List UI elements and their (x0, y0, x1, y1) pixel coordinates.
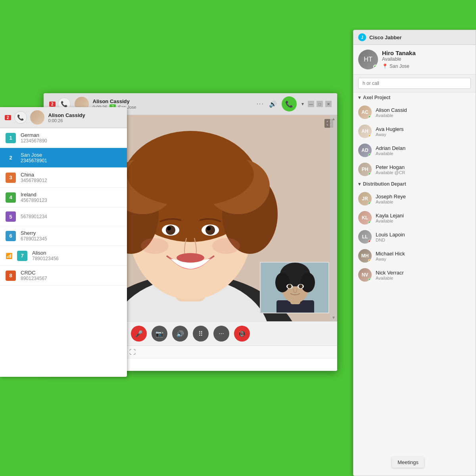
call-entry-5[interactable]: 5 5678901234 (0, 207, 127, 226)
contact-status-adrian: Available (376, 151, 471, 156)
svg-point-31 (299, 284, 303, 288)
scroll-up-icon: ▲ (332, 117, 336, 121)
mute-button[interactable]: 🎤 (131, 326, 147, 342)
contact-avatar-nick: NV (358, 268, 372, 282)
profile-avatar[interactable]: HT (358, 50, 378, 69)
contact-avatar-louis: LL (358, 230, 372, 244)
entry-label-3: China (21, 172, 121, 178)
keypad-icon: ⠿ (198, 330, 203, 338)
more-icon: ··· (219, 330, 224, 337)
end-call-icon: 📵 (238, 330, 246, 338)
call-entry-8[interactable]: 8 CRDC 8901234567 (0, 266, 127, 286)
contact-status-joseph: Available (376, 200, 471, 204)
contact-name-louis: Louis Lapoin (376, 232, 471, 238)
call-entry-7[interactable]: 📶 7 Alison 7890123456 (0, 246, 127, 266)
svg-point-27 (301, 273, 315, 292)
call-entry-4[interactable]: 4 Ireland 4567890123 (0, 188, 127, 207)
call-entry-3[interactable]: 3 China 3456789012 (0, 168, 127, 188)
meetings-button[interactable]: Meetings (392, 457, 424, 468)
more-options-button[interactable]: ··· (257, 100, 264, 107)
contact-status-dot-ava (368, 134, 371, 138)
entry-number-7: 7890123456 (32, 256, 121, 261)
group-chevron-icon-2: ▾ (358, 181, 361, 187)
volume-icon-btn[interactable]: 🔊 (269, 100, 277, 108)
svg-point-19 (127, 143, 254, 206)
entry-badge-7: 7 (17, 251, 27, 261)
nav-badge-left: 2 (5, 115, 11, 120)
contact-status-dot-michael (368, 259, 371, 262)
contact-item-joseph[interactable]: JR Joseph Reye Available (353, 189, 476, 208)
more-controls-button[interactable]: ··· (213, 326, 229, 342)
contact-item-ava[interactable]: AH Ava Huglers Away (353, 122, 476, 141)
call-entry-6[interactable]: 6 Sherry 6789012345 (0, 226, 127, 246)
entry-label-6: Sherry (21, 230, 121, 236)
profile-name: Hiro Tanaka (382, 50, 471, 56)
contact-name-kayla: Kayla Lejani (376, 213, 471, 219)
answer-button[interactable]: 📞 (282, 96, 297, 111)
profile-status: Available (382, 56, 471, 62)
entry-info-4: Ireland 4567890123 (21, 192, 121, 203)
call-entry-1[interactable]: 1 German 1234567890 (0, 128, 127, 148)
contact-avatar-adrian: AD (358, 144, 372, 157)
entry-info-8: CRDC 8901234567 (21, 270, 121, 281)
scroll-bar[interactable]: ▲ ▼ (330, 115, 337, 321)
maximize-button[interactable]: □ (317, 101, 323, 107)
entry-badge-5: 5 (6, 211, 16, 222)
contact-item-louis[interactable]: LL Louis Lapoin DND (353, 227, 476, 246)
contact-status-dot (368, 115, 371, 119)
camera-button[interactable]: 📷 (152, 326, 167, 342)
svg-point-17 (212, 238, 240, 254)
close-button[interactable]: ✕ (325, 101, 332, 107)
end-call-button[interactable]: 📵 (234, 326, 250, 342)
call-entry-2[interactable]: 2 San Jose 2345678901 (0, 148, 127, 168)
contact-info-kayla: Kayla Lejani Available (376, 213, 471, 223)
minimize-button[interactable]: — (308, 101, 314, 107)
group-header-distribution[interactable]: ▾ Distribution Depart (353, 179, 476, 189)
expand-icon[interactable]: ⛶ (129, 349, 136, 356)
entry-info-1: German 1234567890 (21, 132, 121, 144)
contact-name-alison: Alison Cassid (376, 107, 471, 113)
contact-item-kayla[interactable]: KL Kayla Lejani Available (353, 208, 476, 227)
search-bar (353, 75, 476, 92)
contact-status-peter: Available @CR (376, 170, 471, 175)
phone-icon-left[interactable]: 📞 (14, 111, 27, 124)
contact-info-alison: Alison Cassid Available (376, 107, 471, 118)
contact-info-michael: Michael Hick Away (376, 251, 471, 261)
contact-item-michael[interactable]: MH Michael Hick Away (353, 246, 476, 265)
contact-name-ava: Ava Huglers (376, 126, 471, 132)
group-label-axel: Axel Project (363, 95, 390, 100)
entry-badge-6: 6 (6, 231, 16, 241)
group-header-axel[interactable]: ▾ Axel Project (353, 92, 476, 103)
speaker-button[interactable]: 🔊 (172, 326, 188, 342)
call-list: 1 German 1234567890 2 San Jose 234567890… (0, 128, 127, 377)
contact-status-kayla: Available (376, 219, 471, 223)
contact-status-dot-louis (368, 240, 371, 243)
contact-item-adrian[interactable]: AD Adrian Delan Available (353, 141, 476, 160)
entry-label-2: San Jose (21, 152, 121, 158)
contact-item-peter[interactable]: PH Peter Hogan Available @CR (353, 160, 476, 179)
contact-status-dot-peter (368, 173, 371, 176)
wifi-icon: 📶 (6, 253, 12, 259)
svg-point-12 (166, 225, 175, 235)
contact-item-nick[interactable]: NV Nick Verracr Available (353, 265, 476, 284)
contact-name-michael: Michael Hick (376, 251, 471, 257)
jabber-panel: J Cisco Jabber HT Hiro Tanaka Available … (353, 30, 476, 476)
profile-location: 📍 San Jose (382, 63, 471, 69)
contact-status-dot-nick (368, 278, 371, 281)
search-input[interactable] (358, 78, 471, 89)
contact-status-dot-kayla (368, 221, 371, 224)
entry-number-8: 8901234567 (21, 276, 121, 281)
contact-avatar-peter: PH (358, 163, 372, 176)
entry-number-6: 6789012345 (21, 236, 121, 242)
answer-chevron-icon[interactable]: ▾ (301, 101, 304, 107)
window-controls: — □ ✕ (308, 101, 332, 107)
location-pin-icon: 📍 (382, 63, 388, 69)
contact-status-ava: Away (376, 132, 471, 137)
contact-item-alison-cassidy[interactable]: AC Alison Cassid Available (353, 103, 476, 122)
contact-status-michael: Away (376, 257, 471, 261)
contact-avatar-kayla: KL (358, 211, 372, 225)
contact-status-nick: Available (376, 276, 471, 280)
svg-point-26 (275, 273, 290, 292)
keypad-button[interactable]: ⠿ (193, 326, 209, 342)
contact-info-louis: Louis Lapoin DND (376, 232, 471, 242)
